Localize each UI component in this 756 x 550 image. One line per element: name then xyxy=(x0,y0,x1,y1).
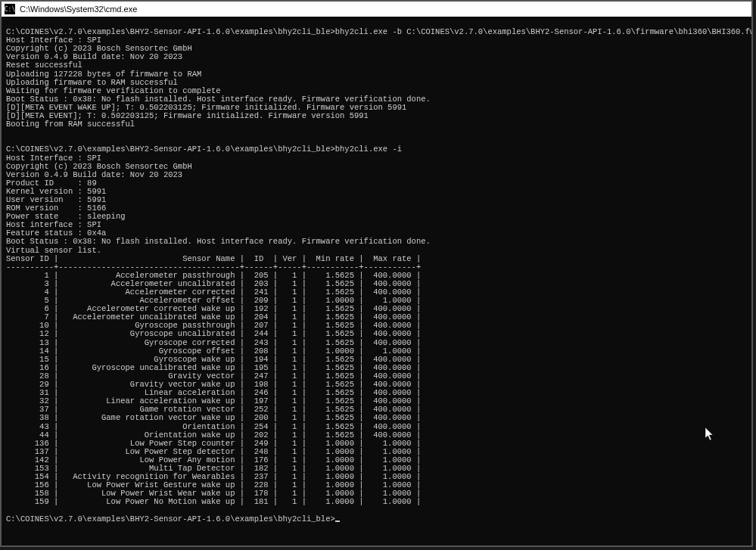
window-title: C:\Windows\System32\cmd.exe xyxy=(20,5,137,14)
cmd-window: C:\ C:\Windows\System32\cmd.exe C:\COINE… xyxy=(0,0,753,547)
terminal-output[interactable]: C:\COINES\v2.7.0\examples\BHY2-Sensor-AP… xyxy=(2,17,751,545)
titlebar[interactable]: C:\ C:\Windows\System32\cmd.exe xyxy=(2,2,751,17)
cmd-icon: C:\ xyxy=(5,4,15,14)
text-cursor xyxy=(335,520,340,522)
command-prompt[interactable]: C:\COINES\v2.7.0\examples\BHY2-Sensor-AP… xyxy=(6,515,747,524)
